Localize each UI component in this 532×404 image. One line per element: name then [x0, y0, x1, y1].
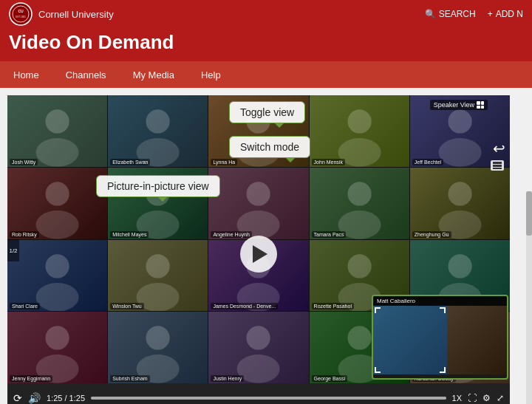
toggle-view-tooltip: Toggle view	[229, 101, 305, 123]
speed-label[interactable]: 1X	[452, 394, 462, 403]
cell-participant-name: Rob Ritsky	[10, 231, 39, 238]
cell-participant-name: Tamara Pacs	[312, 231, 347, 238]
logo-area: CU EST 1865 Cornell University	[9, 2, 114, 26]
institution-name: Cornell University	[38, 9, 114, 20]
svg-point-32	[448, 254, 471, 278]
cell-participant-name: George Bassi	[312, 375, 347, 382]
cell-participant-name: Zhenghung Gu	[412, 231, 451, 238]
total-time: 1:25	[69, 394, 85, 403]
switch-mode-label: Switch mode	[240, 141, 299, 153]
progress-bar[interactable]	[91, 397, 446, 400]
nav-bar: Home Channels My Media Help	[0, 61, 532, 88]
video-cell: Justin Henry	[208, 312, 308, 383]
progress-fill	[91, 397, 446, 400]
cell-participant-name: Lynna Ha	[211, 159, 237, 165]
svg-rect-46	[493, 168, 502, 169]
svg-point-40	[347, 326, 371, 350]
video-cell: John Mensik	[310, 95, 409, 167]
toggle-view-label: Toggle view	[240, 106, 294, 118]
cornell-seal-icon: CU EST 1865	[9, 2, 33, 26]
layout-toggle-button[interactable]	[491, 160, 504, 171]
play-icon	[253, 245, 267, 263]
nav-item-mymedia[interactable]: My Media	[120, 61, 188, 88]
cell-participant-name: Subrish Esham	[110, 375, 149, 382]
nav-item-channels[interactable]: Channels	[52, 61, 120, 88]
settings-icon[interactable]: ⚙	[482, 393, 491, 403]
svg-point-12	[448, 109, 471, 133]
pip-name-bar: Matt Caballero	[373, 296, 507, 306]
svg-point-10	[347, 109, 371, 133]
add-button[interactable]: + ADD N	[488, 9, 523, 19]
scroll-right-button[interactable]: ↩	[493, 140, 505, 157]
speaker-view-button[interactable]: Speaker View	[430, 100, 488, 110]
grid-view-icon	[477, 101, 484, 109]
nav-item-home[interactable]: Home	[0, 61, 52, 88]
svg-point-30	[347, 254, 371, 278]
svg-point-4	[45, 109, 69, 133]
pip-right-video	[447, 306, 507, 374]
speaker-view-label: Speaker View	[434, 101, 474, 109]
svg-point-13	[438, 138, 481, 167]
svg-point-26	[146, 254, 170, 278]
video-cell: Subrish Esham	[108, 312, 208, 383]
pip-overlay: Matt Caballero	[372, 295, 508, 380]
main-content: Josh Witty Elizabeth Swan Lynna Ha John …	[0, 88, 532, 404]
scroll-left-indicator[interactable]: 1/2	[7, 239, 19, 261]
pip-corner-br	[440, 367, 446, 373]
scrollbar[interactable]	[526, 191, 532, 404]
refresh-button[interactable]: ⟳	[13, 392, 22, 404]
cell-participant-name: Jenny Eggimann	[10, 375, 52, 382]
scrollbar-thumb[interactable]	[526, 191, 532, 236]
add-label: ADD N	[496, 9, 523, 19]
svg-point-0	[10, 3, 32, 25]
search-button[interactable]: 🔍 SEARCH	[425, 9, 476, 19]
expand-icon[interactable]: ⤢	[497, 393, 504, 403]
cell-participant-name: Josh Witty	[10, 159, 38, 165]
time-display: 1:25 / 1:25	[47, 394, 85, 403]
video-player[interactable]: Josh Witty Elizabeth Swan Lynna Ha John …	[7, 95, 510, 404]
svg-point-25	[36, 283, 79, 312]
cell-participant-name: Rozette Pasahol	[312, 303, 354, 309]
switch-mode-tooltip: Switch mode	[229, 136, 310, 158]
volume-button[interactable]: 🔊	[28, 392, 41, 404]
cell-participant-name: John Mensik	[312, 159, 345, 165]
pip-video-area	[373, 306, 507, 374]
fullscreen-icon[interactable]: ⛶	[468, 393, 477, 403]
cell-participant-name: James Desmond - Denve...	[211, 303, 278, 309]
svg-point-20	[347, 182, 371, 205]
cell-participant-name: Angeline Huynh	[211, 231, 251, 238]
pip-view-label: Picture-in-picture view	[107, 180, 209, 192]
pip-participant-name: Matt Caballero	[377, 298, 415, 304]
video-cell: Zhenghung Gu	[410, 168, 510, 239]
svg-point-24	[45, 254, 69, 278]
svg-point-18	[247, 182, 270, 205]
cell-participant-name: Justin Henry	[211, 375, 244, 382]
pip-corner-bl	[375, 367, 381, 373]
video-cell: Rob Ritsky	[7, 168, 107, 239]
svg-point-5	[36, 138, 79, 167]
svg-point-36	[146, 326, 170, 350]
svg-point-14	[45, 182, 69, 205]
video-cell: Tamara Pacs	[310, 168, 409, 239]
page-title: Video On Demand	[9, 31, 523, 54]
video-cell: Shari Clare	[7, 240, 107, 312]
cell-participant-name: Jeff Bechtel	[412, 159, 443, 165]
controls-bar: ⟳ 🔊 1:25 / 1:25 1X ⛶ ⚙ ⤢	[7, 383, 510, 404]
title-bar: Video On Demand	[0, 28, 532, 61]
nav-item-help[interactable]: Help	[188, 61, 234, 88]
current-time: 1:25	[47, 394, 62, 403]
svg-point-38	[247, 326, 270, 350]
cell-participant-name: Shari Clare	[10, 303, 40, 309]
controls-right: 1X ⛶ ⚙ ⤢	[452, 393, 504, 403]
cell-participant-name: Winslon Twu	[110, 303, 144, 309]
video-cell: Elizabeth Swan	[108, 95, 208, 167]
video-cell: Jenny Eggimann	[7, 312, 107, 383]
pip-view-tooltip: Picture-in-picture view	[96, 175, 220, 197]
arrow-right-icon: ↩	[493, 140, 505, 157]
video-cell: Angeline Huynh	[208, 168, 308, 239]
pip-corner-tr	[440, 307, 446, 313]
video-cell: Winslon Twu	[108, 240, 208, 312]
play-button[interactable]	[240, 236, 277, 273]
plus-icon: +	[488, 9, 493, 19]
cell-participant-name: Mitchell Mayes	[110, 231, 149, 238]
